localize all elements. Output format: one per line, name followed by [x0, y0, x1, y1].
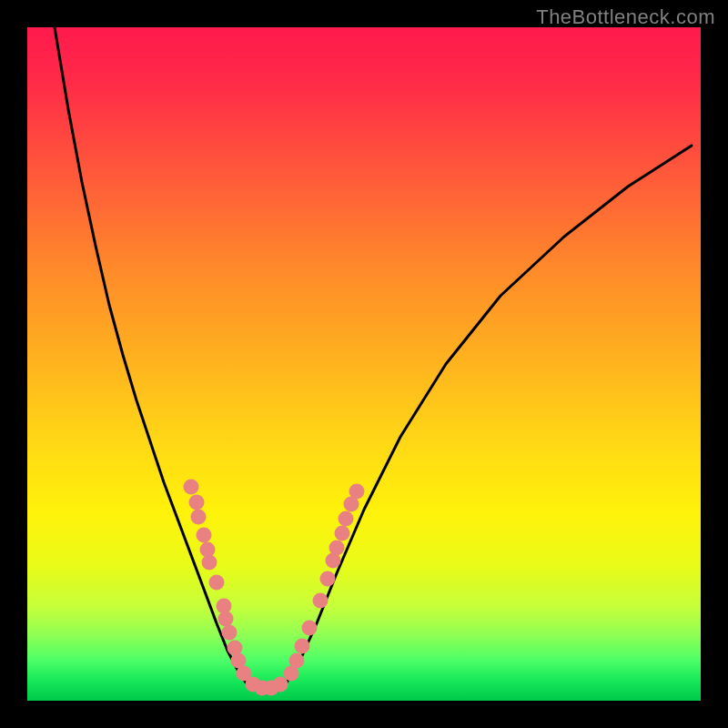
curve-layer [55, 27, 692, 688]
data-marker [289, 653, 305, 669]
data-marker [209, 575, 225, 591]
bottleneck-curve [55, 27, 692, 688]
data-marker [295, 639, 310, 654]
data-marker [302, 621, 318, 636]
data-marker [335, 526, 350, 541]
data-marker [349, 484, 365, 500]
data-marker [202, 555, 217, 571]
chart-svg [27, 27, 701, 701]
data-marker [191, 510, 207, 525]
chart-frame: TheBottleneck.com [0, 0, 728, 728]
data-marker [273, 677, 288, 693]
data-marker [320, 571, 336, 587]
data-marker [184, 480, 199, 495]
attribution-text: TheBottleneck.com [536, 5, 715, 29]
data-marker [339, 511, 354, 527]
data-marker [222, 625, 238, 641]
data-marker [197, 528, 212, 543]
data-marker [218, 612, 234, 627]
data-marker [313, 593, 329, 609]
data-marker [329, 541, 345, 556]
data-marker [189, 495, 205, 511]
plot-area [27, 27, 701, 701]
marker-layer [184, 480, 365, 696]
